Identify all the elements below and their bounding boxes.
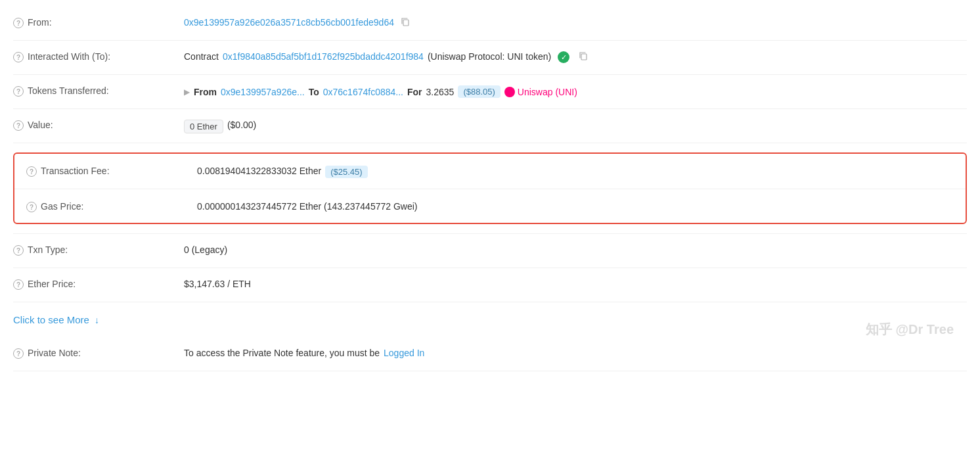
txn-type-row: ? Txn Type: 0 (Legacy) bbox=[13, 234, 967, 268]
from-label-col: ? From: bbox=[13, 16, 184, 28]
value-value-col: 0 Ether ($0.00) bbox=[184, 118, 967, 133]
tokens-value-col: ▶ From 0x9e139957a926e... To 0x76c1674fc… bbox=[184, 84, 967, 98]
uniswap-badge: Uniswap (UNI) bbox=[504, 87, 577, 97]
ether-price-label: Ether Price: bbox=[28, 279, 76, 289]
txn-type-label: Txn Type: bbox=[28, 244, 68, 255]
from-value-col: 0x9e139957a926e026a3571c8cb56cb001fede9d… bbox=[184, 16, 967, 28]
private-note-row: ? Private Note: To access the Private No… bbox=[13, 337, 967, 371]
to-keyword: To bbox=[309, 87, 319, 97]
gas-label: Gas Price: bbox=[41, 201, 83, 212]
gas-price-highlighted-row: ? Gas Price: 0.000000143237445772 Ether … bbox=[14, 189, 966, 223]
gas-label-col: ? Gas Price: bbox=[26, 200, 197, 212]
value-label: Value: bbox=[28, 120, 53, 130]
private-note-label: Private Note: bbox=[28, 348, 81, 358]
from-label: From: bbox=[28, 17, 52, 28]
token-usd-badge: ($88.05) bbox=[458, 85, 500, 98]
svg-rect-0 bbox=[403, 20, 409, 26]
transaction-fee-highlighted-row: ? Transaction Fee: 0.00819404​1322833032… bbox=[14, 154, 966, 189]
tx-fee-label: Transaction Fee: bbox=[41, 166, 110, 176]
tokens-transferred-row: ? Tokens Transferred: ▶ From 0x9e139957a… bbox=[13, 75, 967, 109]
txn-type-value-col: 0 (Legacy) bbox=[184, 243, 967, 255]
txn-type-label-col: ? Txn Type: bbox=[13, 243, 184, 256]
highlighted-box: ? Transaction Fee: 0.00819404​1322833032… bbox=[13, 152, 967, 224]
interacted-copy-icon[interactable] bbox=[579, 51, 588, 60]
interacted-with-row: ? Interacted With (To): Contract 0x1f984… bbox=[13, 41, 967, 75]
private-note-text: To access the Private Note feature, you … bbox=[184, 348, 380, 358]
private-note-help-icon[interactable]: ? bbox=[13, 348, 24, 359]
ether-badge: 0 Ether bbox=[184, 120, 223, 133]
uniswap-link[interactable]: Uniswap (UNI) bbox=[518, 87, 577, 97]
logged-in-link[interactable]: Logged In bbox=[384, 348, 424, 358]
gas-value: 0.000000143237445772 Ether (143.23744577… bbox=[197, 201, 418, 212]
ether-price-label-col: ? Ether Price: bbox=[13, 277, 184, 290]
ether-price-help-icon[interactable]: ? bbox=[13, 279, 24, 290]
from-keyword: From bbox=[194, 87, 217, 97]
svg-rect-1 bbox=[581, 54, 587, 60]
from-row: ? From: 0x9e139957a926e026a3571c8cb56cb0… bbox=[13, 7, 967, 41]
value-help-icon[interactable]: ? bbox=[13, 120, 24, 131]
verified-icon: ✓ bbox=[558, 51, 569, 63]
txn-type-help-icon[interactable]: ? bbox=[13, 245, 24, 256]
private-note-value-col: To access the Private Note feature, you … bbox=[184, 346, 967, 358]
ether-price-row: ? Ether Price: $3,147.63 / ETH bbox=[13, 268, 967, 302]
tokens-help-icon[interactable]: ? bbox=[13, 86, 24, 97]
token-arrow: ▶ bbox=[184, 87, 190, 97]
click-more-section: Click to see More ↓ bbox=[13, 302, 967, 337]
value-usd: ($0.00) bbox=[227, 120, 256, 130]
ether-price-value: $3,147.63 / ETH bbox=[184, 279, 251, 289]
token-to-address[interactable]: 0x76c1674fc0884... bbox=[323, 87, 403, 97]
contract-prefix: Contract bbox=[184, 51, 219, 62]
value-row: ? Value: 0 Ether ($0.00) bbox=[13, 109, 967, 143]
tokens-label-col: ? Tokens Transferred: bbox=[13, 84, 184, 97]
gas-help-icon[interactable]: ? bbox=[26, 202, 37, 212]
token-amount: 3.2635 bbox=[426, 87, 455, 97]
uniswap-icon bbox=[504, 87, 515, 97]
value-label-col: ? Value: bbox=[13, 118, 184, 131]
private-note-label-col: ? Private Note: bbox=[13, 346, 184, 359]
interacted-address-link[interactable]: 0x1f9840a85d5af5bf1d1762f925bdaddc4201f9… bbox=[223, 51, 424, 62]
down-arrow-icon: ↓ bbox=[95, 315, 99, 325]
tx-fee-amount: 0.00819404​1322833032 Ether bbox=[197, 166, 321, 176]
tokens-label: Tokens Transferred: bbox=[28, 85, 109, 96]
tx-fee-help-icon[interactable]: ? bbox=[26, 166, 37, 177]
from-address-link[interactable]: 0x9e139957a926e026a3571c8cb56cb001fede9d… bbox=[184, 17, 394, 28]
txn-type-value: 0 (Legacy) bbox=[184, 244, 227, 255]
fee-gas-row: ? Transaction Fee: 0.00819404​1322833032… bbox=[13, 143, 967, 234]
ether-price-value-col: $3,147.63 / ETH bbox=[184, 277, 967, 289]
from-copy-icon[interactable] bbox=[401, 17, 410, 26]
tx-fee-value-col: 0.00819404​1322833032 Ether ($25.45) bbox=[197, 164, 954, 178]
interacted-value-col: Contract 0x1f9840a85d5af5bf1d1762f925bda… bbox=[184, 50, 967, 63]
click-more-link[interactable]: Click to see More bbox=[13, 314, 89, 325]
for-keyword: For bbox=[407, 87, 422, 97]
tx-fee-label-col: ? Transaction Fee: bbox=[26, 164, 197, 177]
token-transfer-row: ▶ From 0x9e139957a926e... To 0x76c1674fc… bbox=[184, 85, 577, 98]
tx-fee-usd: ($25.45) bbox=[325, 166, 367, 178]
interacted-label: Interacted With (To): bbox=[28, 51, 110, 62]
gas-value-col: 0.000000143237445772 Ether (143.23744577… bbox=[197, 200, 954, 212]
token-from-address[interactable]: 0x9e139957a926e... bbox=[221, 87, 305, 97]
from-help-icon[interactable]: ? bbox=[13, 18, 24, 28]
interacted-suffix: (Uniswap Protocol: UNI token) bbox=[428, 51, 551, 62]
interacted-label-col: ? Interacted With (To): bbox=[13, 50, 184, 62]
interacted-help-icon[interactable]: ? bbox=[13, 52, 24, 62]
